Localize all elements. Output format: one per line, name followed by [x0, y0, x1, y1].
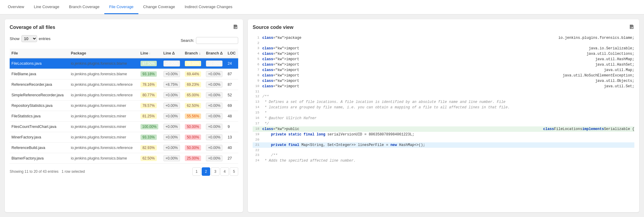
entries-label: entries [39, 36, 51, 41]
table-row[interactable]: BlamerFactory.java io.jenkins.plugins.fo… [10, 153, 238, 164]
cell-branch-delta: +0.00% [204, 79, 226, 90]
nav-tab-line-coverage[interactable]: Line Coverage [29, 0, 64, 14]
col-package[interactable]: Package [69, 49, 139, 58]
cell-line-delta: +0.00% [162, 69, 183, 79]
data-table: File Package Line Line Δ Branch Branch Δ… [10, 49, 238, 164]
line-number: 7 [253, 67, 262, 73]
cell-line: 80.77% [139, 90, 162, 101]
table-row[interactable]: ReferenceRecorder.java io.jenkins.plugin… [10, 79, 238, 90]
line-content: class="kw">import [262, 62, 595, 67]
search-label: Search: [181, 38, 194, 43]
cell-file: RepositoryStatistics.java [10, 101, 69, 111]
search-row: Search: [181, 37, 238, 44]
cell-package: io.jenkins.plugins.forensics.blame [69, 58, 139, 69]
panel-title: Coverage of all files 🖹 [10, 24, 238, 30]
right-panel-title: Source code view [253, 25, 293, 30]
line-content: class="kw">package [262, 35, 558, 41]
search-input[interactable] [196, 37, 238, 44]
cell-line-delta: +8.75% [162, 79, 183, 90]
cell-file: ReferenceBuild.java [10, 143, 69, 153]
table-row[interactable]: MinerFactory.java io.jenkins.plugins.for… [10, 132, 238, 143]
line-content: class="kw">import [262, 46, 589, 51]
table-row[interactable]: FileStatistics.java io.jenkins.plugins.f… [10, 111, 238, 122]
cell-line-delta: +0.00% [162, 58, 183, 69]
line-content: /** [262, 94, 634, 99]
entries-select[interactable]: 10 25 50 100 [21, 35, 37, 42]
footer-selected: 1 row selected [62, 169, 85, 174]
col-line-delta[interactable]: Line Δ [162, 49, 183, 58]
file-icon: 🖹 [233, 24, 238, 30]
line-number: 2 [253, 41, 262, 46]
line-number: 17 [253, 121, 262, 126]
cell-branch-delta: +0.00% [204, 90, 226, 101]
line-number: 6 [253, 62, 262, 67]
cell-line: 78.16% [139, 79, 162, 90]
table-row[interactable]: FileBlame.java io.jenkins.plugins.forens… [10, 69, 238, 79]
cell-branch-delta: +0.00% [204, 153, 226, 164]
code-line: 20 [253, 137, 634, 142]
cell-package: io.jenkins.plugins.forensics.reference [69, 90, 139, 101]
line-number: 5 [253, 57, 262, 62]
cell-loc: 40 [226, 143, 238, 153]
line-content: private static final long serialVersionU… [262, 132, 634, 137]
table-row[interactable]: FileLocations.java io.jenkins.plugins.fo… [10, 58, 238, 69]
left-panel-title: Coverage of all files [10, 25, 55, 30]
table-header-row: File Package Line Line Δ Branch Branch Δ… [10, 49, 238, 58]
col-branch[interactable]: Branch [183, 49, 204, 58]
nav-tab-branch-coverage[interactable]: Branch Coverage [64, 0, 104, 14]
cell-package: io.jenkins.plugins.forensics.miner [69, 111, 139, 122]
code-line: 16 * @author Ullrich Hafner [253, 116, 634, 121]
copy-icon: 🖹 [629, 24, 634, 30]
cell-file: SimpleReferenceRecorder.java [10, 90, 69, 101]
cell-file: FileBlame.java [10, 69, 69, 79]
show-label: Show [10, 36, 20, 41]
line-number: 4 [253, 51, 262, 56]
footer-text: Showing 11 to 20 of 43 entries 1 row sel… [10, 169, 85, 174]
line-number: 15 [253, 110, 262, 115]
main-layout: Coverage of all files 🖹 Show 10 25 50 10… [0, 14, 644, 217]
page-btn-3[interactable]: 3 [211, 167, 219, 176]
page-btn-5[interactable]: 5 [230, 167, 238, 176]
cell-branch-delta: +0.00% [204, 122, 226, 132]
cell-file: MinerFactory.java [10, 132, 69, 143]
table-row[interactable]: ReferenceBuild.java io.jenkins.plugins.f… [10, 143, 238, 153]
cell-package: io.jenkins.plugins.forensics.miner [69, 132, 139, 143]
code-line: 14 * locations are grouped by file name,… [253, 105, 634, 110]
col-branch-delta[interactable]: Branch Δ [204, 49, 226, 58]
cell-line: 81.25% [139, 111, 162, 122]
col-line[interactable]: Line [139, 49, 162, 58]
page-btn-2[interactable]: 2 [202, 167, 210, 176]
code-line: 3 class="kw">import java.io.Serializable… [253, 46, 634, 51]
cell-line: 87.50% [139, 58, 162, 69]
page-btn-4[interactable]: 4 [220, 167, 229, 176]
table-row[interactable]: RepositoryStatistics.java io.jenkins.plu… [10, 101, 238, 111]
table-row[interactable]: SimpleReferenceRecorder.java io.jenkins.… [10, 90, 238, 101]
line-content: class="kw">import [262, 73, 563, 78]
cell-file: FileStatistics.java [10, 111, 69, 122]
cell-file: FilesCountTrendChart.java [10, 122, 69, 132]
cell-line: 78.57% [139, 101, 162, 111]
cell-branch: 55.56% [183, 111, 204, 122]
col-file[interactable]: File [10, 49, 69, 58]
line-content: /** [262, 153, 634, 158]
page-btn-1[interactable]: 1 [192, 167, 201, 176]
nav-tab-overview[interactable]: Overview [3, 0, 29, 14]
code-line: 12 /** [253, 94, 634, 99]
cell-branch-delta: +0.00% [204, 132, 226, 143]
cell-branch-delta: +0.00% [204, 111, 226, 122]
cell-line: 82.93% [139, 143, 162, 153]
nav-tab-indirect-coverage-changes[interactable]: Indirect Coverage Changes [180, 0, 237, 14]
cell-line: 100.00% [139, 122, 162, 132]
cell-line-delta: +0.00% [162, 101, 183, 111]
cell-branch-delta: +0.00% [204, 58, 226, 69]
table-row[interactable]: FilesCountTrendChart.java io.jenkins.plu… [10, 122, 238, 132]
footer-showing: Showing 11 to 20 of 43 entries [10, 169, 58, 174]
line-number: 18 [253, 126, 262, 132]
col-loc[interactable]: LOC [226, 49, 238, 58]
nav-tab-file-coverage[interactable]: File Coverage [104, 0, 138, 14]
nav-tab-change-coverage[interactable]: Change Coverage [138, 0, 180, 14]
line-content: class="kw">import [262, 57, 595, 62]
line-number: 16 [253, 116, 262, 121]
cell-branch-delta: +0.00% [204, 143, 226, 153]
cell-line-delta: +0.00% [162, 153, 183, 164]
